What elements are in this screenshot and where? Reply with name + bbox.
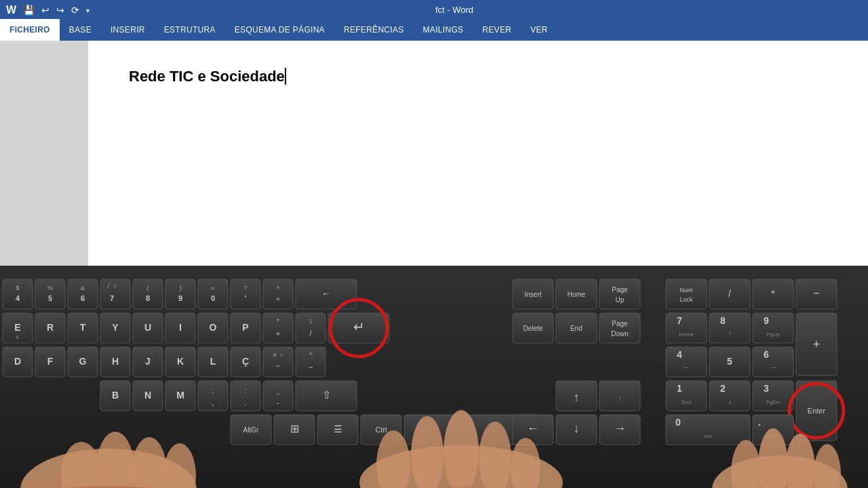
svg-text:Ç: Ç bbox=[242, 356, 249, 367]
svg-text:0: 0 bbox=[211, 294, 215, 302]
svg-text:←: ← bbox=[527, 422, 539, 435]
tab-inserir[interactable]: INSERIR bbox=[101, 19, 155, 41]
svg-text:Down: Down bbox=[611, 330, 629, 338]
svg-text:L: L bbox=[210, 356, 216, 367]
svg-text:−: − bbox=[813, 287, 819, 299]
more-button[interactable]: ▾ bbox=[84, 5, 92, 16]
svg-text:Home: Home bbox=[568, 291, 586, 298]
svg-text:5: 5 bbox=[48, 294, 52, 302]
svg-text:↑: ↑ bbox=[728, 329, 732, 338]
tab-referencias[interactable]: REFERÊNCIAS bbox=[334, 19, 414, 41]
svg-text:↓: ↓ bbox=[574, 422, 580, 435]
svg-text:E: E bbox=[14, 322, 20, 333]
svg-text:7: 7 bbox=[677, 315, 682, 326]
svg-rect-119 bbox=[753, 347, 793, 377]
svg-text:☰: ☰ bbox=[334, 424, 342, 434]
refresh-button[interactable]: ⟳ bbox=[69, 3, 81, 17]
svg-text:6: 6 bbox=[764, 349, 769, 360]
svg-text:→: → bbox=[769, 363, 777, 372]
svg-text:.: . bbox=[758, 417, 761, 428]
svg-text::: : bbox=[244, 386, 246, 394]
svg-rect-83 bbox=[709, 313, 750, 343]
svg-text:a: a bbox=[273, 351, 276, 358]
tab-esquema[interactable]: ESQUEMA DE PÁGINA bbox=[225, 19, 334, 41]
svg-text:7: 7 bbox=[110, 294, 114, 302]
svg-text:3: 3 bbox=[764, 383, 769, 394]
svg-text:~: ~ bbox=[309, 363, 313, 371]
svg-text:1: 1 bbox=[677, 383, 682, 394]
tab-estrutura[interactable]: ESTRUTURA bbox=[155, 19, 225, 41]
svg-text:End: End bbox=[682, 399, 691, 405]
svg-text:_: _ bbox=[275, 386, 281, 394]
svg-rect-114 bbox=[666, 347, 707, 377]
svg-rect-146 bbox=[709, 381, 750, 411]
save-button[interactable]: 💾 bbox=[21, 3, 37, 17]
svg-text:-: - bbox=[277, 399, 279, 407]
svg-text:': ' bbox=[245, 294, 247, 302]
svg-text:»: » bbox=[276, 284, 279, 291]
svg-text:←: ← bbox=[682, 363, 690, 372]
ribbon-tabs: FICHEIRO BASE INSERIR ESTRUTURA ESQUEMA … bbox=[0, 19, 868, 41]
svg-text:↑: ↑ bbox=[618, 394, 622, 403]
svg-text:PgUp: PgUp bbox=[766, 331, 781, 338]
svg-text:/: / bbox=[728, 288, 731, 299]
svg-rect-77 bbox=[599, 313, 640, 343]
svg-text:Y: Y bbox=[112, 322, 119, 333]
tab-mailings[interactable]: MAILINGS bbox=[414, 19, 473, 41]
svg-text:2: 2 bbox=[720, 383, 726, 394]
svg-rect-38 bbox=[666, 279, 707, 309]
svg-text:↵: ↵ bbox=[353, 319, 365, 334]
svg-text:*: * bbox=[277, 317, 280, 325]
svg-text:↓: ↓ bbox=[728, 396, 732, 406]
svg-rect-35 bbox=[599, 279, 640, 309]
svg-text:+: + bbox=[276, 329, 280, 338]
svg-text:P: P bbox=[242, 322, 248, 333]
title-bar: W 💾 ↩ ↪ ⟳ ▾ fct - Word bbox=[0, 0, 868, 19]
svg-text:R: R bbox=[47, 322, 54, 333]
svg-text:(: ( bbox=[147, 285, 149, 291]
document-title: Rede TIC e Sociedade bbox=[129, 68, 286, 85]
svg-text:Up: Up bbox=[616, 296, 625, 304]
svg-text:⇧: ⇧ bbox=[322, 389, 331, 401]
svg-text:0: 0 bbox=[675, 417, 681, 428]
undo-button[interactable]: ↩ bbox=[39, 3, 52, 17]
svg-rect-86 bbox=[753, 313, 793, 343]
svg-text:T: T bbox=[80, 322, 86, 333]
redo-button[interactable]: ↪ bbox=[54, 3, 66, 17]
ribbon: FICHEIRO BASE INSERIR ESTRUTURA ESQUEMA … bbox=[0, 19, 868, 41]
svg-rect-107 bbox=[263, 347, 293, 377]
svg-text:Home: Home bbox=[679, 331, 694, 338]
svg-text:9: 9 bbox=[764, 315, 769, 326]
svg-rect-143 bbox=[666, 381, 707, 411]
svg-text:N: N bbox=[144, 390, 151, 401]
svg-text:Page: Page bbox=[612, 286, 628, 293]
left-ruler bbox=[0, 41, 88, 266]
tab-base[interactable]: BASE bbox=[60, 19, 101, 41]
quick-access-toolbar: W 💾 ↩ ↪ ⟳ ▾ bbox=[0, 3, 92, 18]
svg-text:Lock: Lock bbox=[679, 296, 693, 303]
svg-text:5: 5 bbox=[727, 356, 732, 367]
svg-text:^: ^ bbox=[309, 351, 313, 359]
svg-text:&: & bbox=[81, 285, 85, 291]
tab-ver[interactable]: VER bbox=[521, 19, 557, 41]
svg-text:→: → bbox=[614, 422, 626, 435]
svg-text:B: B bbox=[112, 390, 119, 401]
svg-text:↑: ↑ bbox=[574, 390, 580, 404]
svg-text:+: + bbox=[813, 338, 821, 351]
svg-text:Num: Num bbox=[679, 287, 692, 293]
document-page[interactable]: Rede TIC e Sociedade bbox=[88, 41, 868, 266]
svg-text:?: ? bbox=[243, 285, 247, 291]
svg-text:8: 8 bbox=[146, 294, 150, 302]
svg-text:O: O bbox=[210, 322, 217, 333]
svg-text:D: D bbox=[14, 356, 21, 367]
svg-text:=: = bbox=[211, 285, 214, 291]
tab-rever[interactable]: REVER bbox=[473, 19, 521, 41]
svg-text:~: ~ bbox=[276, 363, 280, 370]
tab-ficheiro[interactable]: FICHEIRO bbox=[0, 19, 60, 41]
svg-text:G: G bbox=[79, 356, 87, 367]
svg-text:End: End bbox=[570, 325, 583, 332]
svg-text:$: $ bbox=[16, 285, 19, 291]
svg-rect-149 bbox=[753, 381, 793, 411]
svg-text:o: o bbox=[280, 352, 283, 358]
svg-text:6: 6 bbox=[81, 294, 85, 302]
